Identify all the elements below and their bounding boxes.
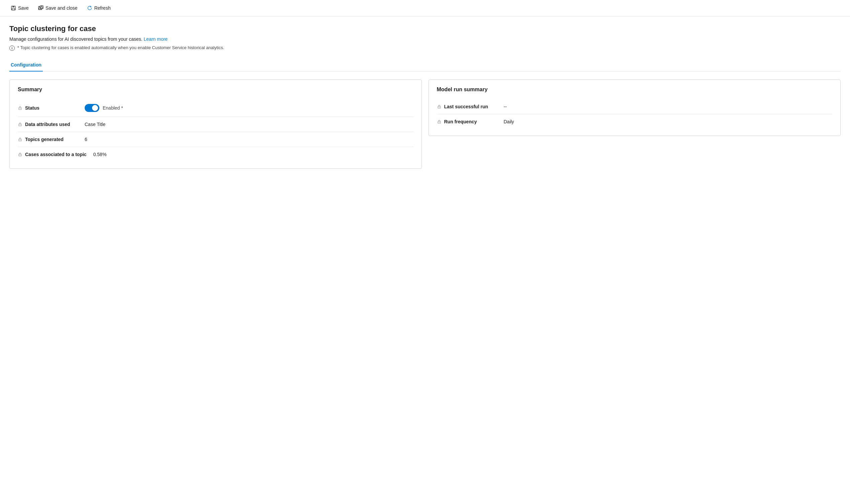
topics-generated-label: Topics generated	[18, 137, 78, 142]
last-run-field-row: Last successful run --	[437, 99, 833, 114]
lock-icon-status	[18, 106, 22, 110]
cases-associated-value: 0.58%	[93, 152, 107, 157]
lock-icon-cases	[18, 152, 22, 157]
topics-generated-field-row: Topics generated 6	[18, 132, 414, 147]
toggle-track	[85, 104, 99, 112]
description-text: Manage configurations for AI discovered …	[10, 36, 142, 42]
tabs: Configuration	[10, 59, 840, 72]
topics-generated-value: 6	[85, 137, 87, 142]
model-run-card: Model run summary Last successful run --	[429, 79, 841, 136]
svg-point-16	[20, 155, 20, 156]
refresh-label: Refresh	[94, 5, 111, 11]
save-icon	[11, 5, 16, 11]
last-run-value: --	[504, 104, 507, 109]
status-label: Status	[18, 105, 78, 111]
status-toggle-label-text: Enabled *	[103, 105, 123, 111]
svg-point-10	[20, 108, 20, 109]
learn-more-label: Learn more	[144, 36, 168, 42]
toggle-thumb	[92, 105, 98, 111]
refresh-icon	[87, 5, 92, 11]
save-close-label: Save and close	[46, 5, 77, 11]
data-attributes-label: Data attributes used	[18, 122, 78, 127]
data-attributes-value: Case Title	[85, 122, 105, 127]
status-field-label: Status	[25, 105, 39, 111]
tab-configuration-label: Configuration	[11, 62, 41, 68]
run-frequency-field-row: Run frequency Daily	[437, 114, 833, 129]
last-run-label: Last successful run	[437, 104, 497, 109]
cases-associated-field-label: Cases associated to a topic	[25, 152, 87, 157]
save-close-button[interactable]: Save and close	[34, 3, 82, 13]
run-frequency-value: Daily	[504, 119, 514, 124]
topics-generated-field-label: Topics generated	[25, 137, 64, 142]
cases-associated-label: Cases associated to a topic	[18, 152, 87, 157]
lock-icon-last-run	[437, 104, 441, 109]
last-run-field-label: Last successful run	[444, 104, 488, 109]
save-button[interactable]: Save	[7, 3, 33, 13]
run-frequency-label: Run frequency	[437, 119, 497, 124]
info-icon: i	[10, 46, 15, 51]
cards-row: Summary Status	[10, 79, 840, 169]
toolbar: Save Save and close Refresh	[0, 0, 850, 16]
data-attributes-field-label: Data attributes used	[25, 122, 70, 127]
lock-icon-data-attributes	[18, 122, 22, 127]
svg-rect-1	[12, 6, 14, 7]
data-attributes-field-row: Data attributes used Case Title	[18, 117, 414, 132]
status-toggle-wrapper: Enabled *	[85, 104, 123, 112]
lock-icon-frequency	[437, 119, 441, 124]
svg-point-18	[439, 107, 439, 108]
status-field-row: Status Enabled *	[18, 99, 414, 117]
page-description: Manage configurations for AI discovered …	[10, 36, 840, 42]
svg-point-12	[20, 125, 20, 125]
refresh-button[interactable]: Refresh	[83, 3, 115, 13]
info-note: i * Topic clustering for cases is enable…	[10, 45, 840, 51]
page-title: Topic clustering for case	[10, 24, 840, 33]
svg-point-14	[20, 140, 20, 140]
main-content: Topic clustering for case Manage configu…	[0, 16, 850, 177]
model-run-card-title: Model run summary	[437, 87, 833, 93]
save-label: Save	[18, 5, 29, 11]
cases-associated-field-row: Cases associated to a topic 0.58%	[18, 147, 414, 162]
svg-rect-2	[12, 8, 15, 10]
run-frequency-field-label: Run frequency	[444, 119, 477, 124]
tab-configuration[interactable]: Configuration	[10, 59, 43, 72]
status-toggle-label: Enabled *	[103, 105, 123, 111]
save-close-icon	[38, 5, 44, 11]
info-note-text: * Topic clustering for cases is enabled …	[17, 45, 224, 50]
summary-card-title: Summary	[18, 87, 414, 93]
learn-more-link[interactable]: Learn more	[144, 36, 168, 42]
svg-point-20	[439, 122, 439, 123]
svg-rect-7	[41, 6, 42, 7]
lock-icon-topics	[18, 137, 22, 142]
status-toggle[interactable]	[85, 104, 99, 112]
summary-card: Summary Status	[10, 79, 422, 169]
